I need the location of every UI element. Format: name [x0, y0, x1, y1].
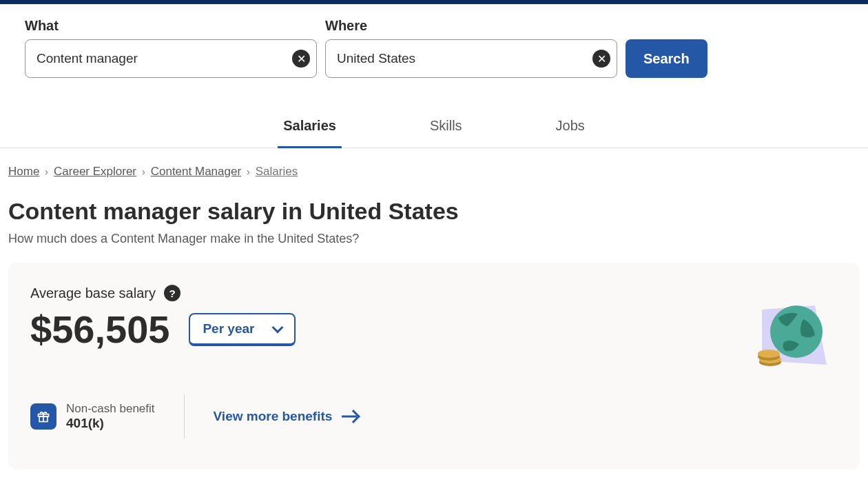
page-subtitle: How much does a Content Manager make in … — [8, 232, 860, 246]
salary-value: $56,505 — [30, 307, 169, 352]
breadcrumb-content-manager[interactable]: Content Manager — [151, 165, 241, 179]
tab-salaries[interactable]: Salaries — [278, 111, 342, 148]
view-more-benefits-link[interactable]: View more benefits — [214, 409, 359, 424]
vertical-divider — [184, 394, 185, 439]
benefit-text: Non-cash benefit 401(k) — [66, 402, 155, 431]
where-field-group: Where ✕ — [325, 18, 617, 78]
close-icon: ✕ — [597, 52, 606, 66]
salary-value-row: $56,505 Per year — [30, 307, 838, 352]
tab-jobs[interactable]: Jobs — [550, 111, 590, 148]
chevron-down-icon — [272, 321, 284, 333]
avg-salary-row: Average base salary ? — [30, 285, 838, 301]
arrow-right-icon — [342, 416, 358, 417]
what-label: What — [25, 18, 317, 34]
benefits-row: Non-cash benefit 401(k) View more benefi… — [30, 394, 838, 439]
benefit-label: Non-cash benefit — [66, 402, 155, 416]
clear-where-button[interactable]: ✕ — [592, 50, 610, 68]
benefit-value: 401(k) — [66, 416, 155, 431]
breadcrumb-home[interactable]: Home — [8, 165, 39, 179]
breadcrumb-current: Salaries — [256, 165, 298, 179]
what-input[interactable] — [25, 39, 317, 78]
tab-skills[interactable]: Skills — [424, 111, 468, 148]
where-input[interactable] — [325, 39, 617, 78]
salary-card: Average base salary ? $56,505 Per year — [8, 263, 860, 470]
chevron-right-icon: › — [142, 166, 145, 177]
svg-point-7 — [758, 350, 780, 358]
period-select[interactable]: Per year — [189, 313, 296, 346]
tabs: Salaries Skills Jobs — [0, 111, 868, 148]
chevron-right-icon: › — [45, 166, 48, 177]
search-button[interactable]: Search — [626, 39, 707, 78]
benefit-block: Non-cash benefit 401(k) — [30, 402, 155, 431]
close-icon: ✕ — [297, 52, 306, 66]
svg-point-3 — [770, 305, 823, 358]
breadcrumb-career-explorer[interactable]: Career Explorer — [54, 165, 136, 179]
gift-icon — [30, 403, 56, 430]
breadcrumb: Home › Career Explorer › Content Manager… — [8, 165, 860, 179]
help-icon[interactable]: ? — [164, 285, 180, 301]
clear-what-button[interactable]: ✕ — [292, 50, 310, 68]
page-title: Content manager salary in United States — [8, 198, 860, 225]
period-selected-label: Per year — [203, 321, 254, 336]
what-field-group: What ✕ — [25, 18, 317, 78]
where-input-wrap: ✕ — [325, 39, 617, 78]
what-input-wrap: ✕ — [25, 39, 317, 78]
search-area: What ✕ Where ✕ Search — [0, 4, 868, 78]
chevron-right-icon: › — [247, 166, 250, 177]
view-more-label: View more benefits — [214, 409, 333, 424]
content-area: Home › Career Explorer › Content Manager… — [0, 148, 868, 470]
where-label: Where — [325, 18, 617, 34]
avg-salary-label: Average base salary — [30, 285, 156, 301]
globe-coins-illustration — [750, 297, 832, 376]
